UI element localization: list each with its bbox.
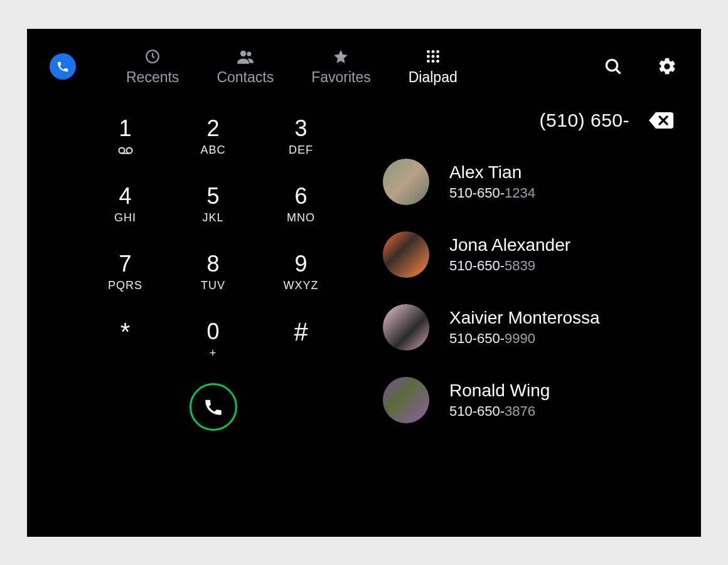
backspace-button[interactable] (648, 111, 673, 130)
dialpad-icon (424, 48, 442, 65)
contact-name: Ronald Wing (449, 381, 550, 401)
dialkey-0[interactable]: 0 + (169, 320, 257, 361)
backspace-icon (648, 111, 673, 130)
svg-point-6 (427, 55, 430, 58)
tab-favorites[interactable]: Favorites (311, 48, 371, 86)
contact-name: Alex Tian (449, 162, 535, 182)
dialkey-letters: MNO (287, 211, 315, 225)
search-icon (603, 56, 623, 77)
contact-row[interactable]: Jona Alexander510-650-5839 (383, 231, 673, 278)
dialkey-letters: DEF (289, 144, 313, 157)
svg-point-1 (240, 50, 246, 56)
tab-label: Favorites (311, 69, 371, 86)
phone-app-icon (50, 53, 76, 80)
dialkey-digit: 9 (295, 253, 308, 275)
dialkey-letters: PQRS (108, 279, 142, 293)
dialkey-digit: * (120, 319, 131, 344)
people-icon (237, 48, 254, 65)
svg-point-11 (436, 60, 439, 63)
svg-point-14 (119, 147, 124, 153)
dialkey-digit: 2 (207, 117, 220, 140)
dialkey-8[interactable]: 8 TUV (169, 253, 257, 293)
phone-icon (203, 396, 224, 418)
dialkey-letters: JKL (203, 211, 224, 225)
dialkey-1[interactable]: 1 (82, 117, 169, 157)
dialkey-pound[interactable]: # (257, 319, 345, 362)
top-bar: Recents Contacts (50, 48, 678, 103)
dialkey-letters: ABC (201, 144, 226, 157)
voicemail-icon (118, 144, 133, 157)
dialkey-letters: WXYZ (284, 279, 319, 293)
contact-name: Jona Alexander (449, 235, 570, 255)
dialkey-3[interactable]: 3 DEF (257, 117, 345, 157)
svg-point-8 (436, 55, 439, 58)
dialkey-digit: 4 (119, 185, 132, 208)
contact-name: Xaivier Monterossa (449, 308, 600, 328)
dialkey-digit: # (294, 319, 308, 344)
dialkey-7[interactable]: 7 PQRS (82, 253, 169, 293)
svg-point-15 (126, 147, 132, 153)
contact-row[interactable]: Ronald Wing510-650-3876 (383, 377, 673, 423)
tab-contacts[interactable]: Contacts (217, 48, 274, 86)
tab-bar: Recents Contacts (126, 48, 458, 86)
dialkey-4[interactable]: 4 GHI (82, 185, 169, 225)
contact-row[interactable]: Xaivier Monterossa510-650-9990 (383, 304, 673, 351)
contact-info: Ronald Wing510-650-3876 (449, 381, 550, 420)
tab-label: Dialpad (409, 69, 458, 86)
dialkey-2[interactable]: 2 ABC (169, 117, 257, 157)
dialpad-grid: 1 2 ABC 3 DEF 4 GHI (82, 103, 345, 374)
dialkey-digit: 7 (119, 253, 132, 275)
dialkey-digit: 6 (295, 185, 308, 208)
contact-info: Jona Alexander510-650-5839 (449, 235, 570, 274)
call-button[interactable] (190, 383, 237, 431)
svg-point-3 (427, 50, 430, 53)
tab-label: Recents (126, 69, 179, 86)
results-panel: (510) 650- Alex Tian510-650-1234Jona Ale… (377, 103, 678, 537)
dialkey-5[interactable]: 5 JKL (169, 185, 257, 225)
svg-point-4 (431, 50, 434, 53)
gear-icon (657, 56, 677, 77)
svg-point-10 (431, 60, 434, 63)
contact-number: 510-650-3876 (449, 403, 550, 420)
dialed-number-display: (510) 650- (540, 110, 629, 131)
dialkey-digit: 3 (295, 117, 308, 140)
contact-row[interactable]: Alex Tian510-650-1234 (383, 159, 673, 205)
tab-label: Contacts (217, 69, 274, 86)
star-icon (332, 48, 350, 65)
dialkey-letters: TUV (201, 279, 225, 293)
tab-dialpad[interactable]: Dialpad (409, 48, 458, 86)
dialed-number-row: (510) 650- (383, 103, 673, 150)
tab-recents[interactable]: Recents (126, 48, 179, 86)
contact-suggestions: Alex Tian510-650-1234Jona Alexander510-6… (383, 159, 673, 423)
svg-line-13 (616, 69, 620, 73)
main-content: 1 2 ABC 3 DEF 4 GHI (50, 103, 678, 537)
dialkey-9[interactable]: 9 WXYZ (257, 253, 345, 293)
contact-info: Alex Tian510-650-1234 (449, 162, 535, 201)
dialkey-letters: + (210, 347, 217, 361)
search-button[interactable] (602, 55, 624, 78)
dialkey-6[interactable]: 6 MNO (257, 185, 345, 225)
svg-point-5 (436, 50, 439, 53)
clock-icon (144, 48, 161, 65)
svg-point-12 (606, 60, 617, 70)
avatar (383, 377, 429, 423)
dialkey-digit: 5 (207, 185, 220, 208)
dialkey-letters: GHI (114, 211, 136, 225)
contact-number: 510-650-1234 (449, 185, 535, 201)
contact-info: Xaivier Monterossa510-650-9990 (449, 308, 600, 347)
svg-point-9 (427, 60, 430, 63)
dialkey-digit: 0 (207, 320, 220, 343)
svg-point-7 (431, 55, 434, 58)
dialkey-digit: 8 (207, 253, 220, 275)
contact-number: 510-650-5839 (449, 258, 570, 274)
settings-button[interactable] (656, 55, 678, 78)
contact-number: 510-650-9990 (449, 330, 600, 347)
dialpad-panel: 1 2 ABC 3 DEF 4 GHI (50, 103, 377, 537)
avatar (383, 159, 429, 205)
dialkey-digit: 1 (119, 117, 132, 140)
phone-app-window: Recents Contacts (27, 29, 701, 537)
dialkey-star[interactable]: * (82, 319, 169, 362)
avatar (383, 231, 429, 278)
avatar (383, 304, 429, 351)
svg-point-2 (247, 51, 251, 56)
